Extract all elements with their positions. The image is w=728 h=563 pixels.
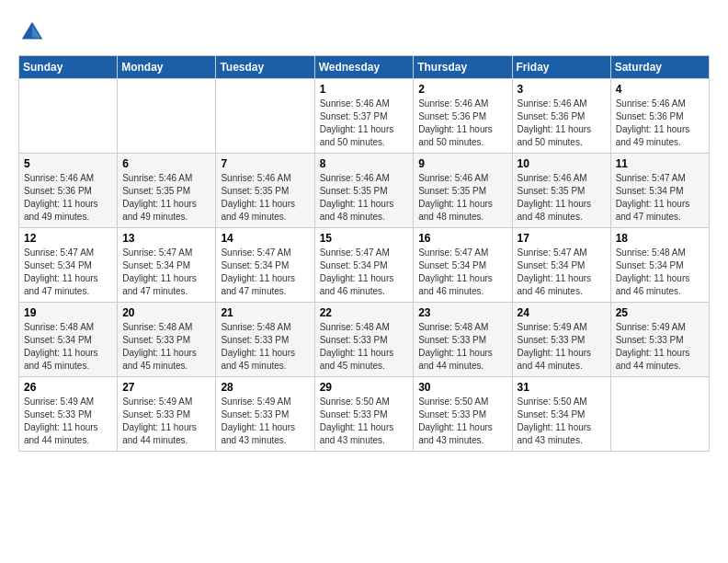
calendar-header-row: SundayMondayTuesdayWednesdayThursdayFrid…: [19, 56, 710, 79]
day-number: 20: [122, 306, 210, 319]
day-number: 24: [518, 306, 606, 319]
day-number: 15: [320, 232, 409, 245]
day-number: 19: [24, 306, 112, 319]
day-number: 2: [418, 83, 506, 96]
day-number: 16: [418, 232, 506, 245]
day-info: Sunrise: 5:47 AM Sunset: 5:34 PM Dayligh…: [320, 247, 409, 298]
calendar-header-wednesday: Wednesday: [314, 56, 414, 79]
logo: [18, 18, 50, 46]
calendar-cell: 4Sunrise: 5:46 AM Sunset: 5:36 PM Daylig…: [610, 79, 709, 154]
day-number: 7: [221, 157, 309, 170]
day-info: Sunrise: 5:47 AM Sunset: 5:34 PM Dayligh…: [418, 247, 506, 298]
day-number: 27: [122, 381, 210, 394]
day-info: Sunrise: 5:46 AM Sunset: 5:37 PM Dayligh…: [320, 98, 409, 149]
calendar-cell: 20Sunrise: 5:48 AM Sunset: 5:33 PM Dayli…: [118, 303, 216, 377]
day-info: Sunrise: 5:50 AM Sunset: 5:33 PM Dayligh…: [418, 396, 506, 447]
calendar-cell: [216, 79, 314, 154]
day-info: Sunrise: 5:49 AM Sunset: 5:33 PM Dayligh…: [221, 396, 309, 447]
calendar-header-tuesday: Tuesday: [216, 56, 314, 79]
calendar-header-monday: Monday: [118, 56, 216, 79]
day-number: 1: [320, 83, 409, 96]
calendar-cell: 26Sunrise: 5:49 AM Sunset: 5:33 PM Dayli…: [19, 377, 118, 452]
calendar-cell: 25Sunrise: 5:49 AM Sunset: 5:33 PM Dayli…: [610, 303, 709, 377]
calendar-cell: 19Sunrise: 5:48 AM Sunset: 5:34 PM Dayli…: [19, 303, 118, 377]
day-info: Sunrise: 5:46 AM Sunset: 5:36 PM Dayligh…: [24, 172, 112, 224]
calendar-week-row: 1Sunrise: 5:46 AM Sunset: 5:37 PM Daylig…: [19, 79, 710, 154]
calendar-week-row: 19Sunrise: 5:48 AM Sunset: 5:34 PM Dayli…: [19, 303, 710, 377]
day-number: 22: [320, 306, 409, 319]
calendar-cell: 7Sunrise: 5:46 AM Sunset: 5:35 PM Daylig…: [216, 154, 314, 228]
calendar-cell: 10Sunrise: 5:46 AM Sunset: 5:35 PM Dayli…: [512, 154, 610, 228]
calendar-cell: 31Sunrise: 5:50 AM Sunset: 5:34 PM Dayli…: [512, 377, 610, 452]
day-info: Sunrise: 5:46 AM Sunset: 5:36 PM Dayligh…: [418, 98, 506, 149]
day-number: 9: [418, 157, 506, 170]
calendar-cell: 14Sunrise: 5:47 AM Sunset: 5:34 PM Dayli…: [216, 228, 314, 303]
day-info: Sunrise: 5:47 AM Sunset: 5:34 PM Dayligh…: [518, 247, 606, 298]
day-info: Sunrise: 5:48 AM Sunset: 5:33 PM Dayligh…: [221, 321, 309, 373]
day-info: Sunrise: 5:46 AM Sunset: 5:35 PM Dayligh…: [320, 172, 409, 224]
calendar-cell: 3Sunrise: 5:46 AM Sunset: 5:36 PM Daylig…: [512, 79, 610, 154]
day-number: 29: [320, 381, 409, 394]
day-number: 18: [616, 232, 704, 245]
day-number: 8: [320, 157, 409, 170]
day-number: 14: [221, 232, 309, 245]
day-info: Sunrise: 5:47 AM Sunset: 5:34 PM Dayligh…: [24, 247, 112, 298]
calendar-week-row: 5Sunrise: 5:46 AM Sunset: 5:36 PM Daylig…: [19, 154, 710, 228]
calendar-header-thursday: Thursday: [414, 56, 512, 79]
day-number: 4: [616, 83, 704, 96]
day-info: Sunrise: 5:47 AM Sunset: 5:34 PM Dayligh…: [122, 247, 210, 298]
day-number: 10: [518, 157, 606, 170]
calendar-header-friday: Friday: [512, 56, 610, 79]
day-info: Sunrise: 5:49 AM Sunset: 5:33 PM Dayligh…: [616, 321, 704, 373]
calendar-cell: [118, 79, 216, 154]
calendar-cell: 18Sunrise: 5:48 AM Sunset: 5:34 PM Dayli…: [610, 228, 709, 303]
calendar-cell: 9Sunrise: 5:46 AM Sunset: 5:35 PM Daylig…: [414, 154, 512, 228]
day-info: Sunrise: 5:46 AM Sunset: 5:35 PM Dayligh…: [122, 172, 210, 224]
calendar-cell: [19, 79, 118, 154]
day-info: Sunrise: 5:49 AM Sunset: 5:33 PM Dayligh…: [24, 396, 112, 447]
calendar-cell: 2Sunrise: 5:46 AM Sunset: 5:36 PM Daylig…: [414, 79, 512, 154]
calendar-cell: 29Sunrise: 5:50 AM Sunset: 5:33 PM Dayli…: [314, 377, 414, 452]
calendar-cell: 17Sunrise: 5:47 AM Sunset: 5:34 PM Dayli…: [512, 228, 610, 303]
day-info: Sunrise: 5:48 AM Sunset: 5:33 PM Dayligh…: [418, 321, 506, 373]
calendar-table: SundayMondayTuesdayWednesdayThursdayFrid…: [18, 55, 710, 452]
calendar-cell: 23Sunrise: 5:48 AM Sunset: 5:33 PM Dayli…: [414, 303, 512, 377]
logo-icon: [18, 18, 46, 46]
day-number: 26: [24, 381, 112, 394]
calendar-cell: 13Sunrise: 5:47 AM Sunset: 5:34 PM Dayli…: [118, 228, 216, 303]
day-info: Sunrise: 5:46 AM Sunset: 5:36 PM Dayligh…: [518, 98, 606, 149]
day-info: Sunrise: 5:48 AM Sunset: 5:33 PM Dayligh…: [320, 321, 409, 373]
day-info: Sunrise: 5:49 AM Sunset: 5:33 PM Dayligh…: [518, 321, 606, 373]
calendar-cell: 24Sunrise: 5:49 AM Sunset: 5:33 PM Dayli…: [512, 303, 610, 377]
calendar-cell: 8Sunrise: 5:46 AM Sunset: 5:35 PM Daylig…: [314, 154, 414, 228]
calendar-cell: [610, 377, 709, 452]
day-info: Sunrise: 5:46 AM Sunset: 5:35 PM Dayligh…: [221, 172, 309, 224]
day-number: 12: [24, 232, 112, 245]
day-info: Sunrise: 5:46 AM Sunset: 5:36 PM Dayligh…: [616, 98, 704, 149]
day-info: Sunrise: 5:48 AM Sunset: 5:34 PM Dayligh…: [24, 321, 112, 373]
day-info: Sunrise: 5:46 AM Sunset: 5:35 PM Dayligh…: [518, 172, 606, 224]
day-number: 21: [221, 306, 309, 319]
day-info: Sunrise: 5:50 AM Sunset: 5:34 PM Dayligh…: [518, 396, 606, 447]
day-info: Sunrise: 5:47 AM Sunset: 5:34 PM Dayligh…: [616, 172, 704, 224]
day-number: 28: [221, 381, 309, 394]
day-info: Sunrise: 5:47 AM Sunset: 5:34 PM Dayligh…: [221, 247, 309, 298]
calendar-header-sunday: Sunday: [19, 56, 118, 79]
calendar-week-row: 12Sunrise: 5:47 AM Sunset: 5:34 PM Dayli…: [19, 228, 710, 303]
day-info: Sunrise: 5:48 AM Sunset: 5:33 PM Dayligh…: [122, 321, 210, 373]
calendar-cell: 27Sunrise: 5:49 AM Sunset: 5:33 PM Dayli…: [118, 377, 216, 452]
day-number: 11: [616, 157, 704, 170]
day-number: 30: [418, 381, 506, 394]
calendar-cell: 28Sunrise: 5:49 AM Sunset: 5:33 PM Dayli…: [216, 377, 314, 452]
page-header: [18, 18, 710, 46]
calendar-cell: 15Sunrise: 5:47 AM Sunset: 5:34 PM Dayli…: [314, 228, 414, 303]
calendar-cell: 5Sunrise: 5:46 AM Sunset: 5:36 PM Daylig…: [19, 154, 118, 228]
day-info: Sunrise: 5:49 AM Sunset: 5:33 PM Dayligh…: [122, 396, 210, 447]
calendar-cell: 16Sunrise: 5:47 AM Sunset: 5:34 PM Dayli…: [414, 228, 512, 303]
calendar-cell: 11Sunrise: 5:47 AM Sunset: 5:34 PM Dayli…: [610, 154, 709, 228]
calendar-cell: 22Sunrise: 5:48 AM Sunset: 5:33 PM Dayli…: [314, 303, 414, 377]
calendar-cell: 21Sunrise: 5:48 AM Sunset: 5:33 PM Dayli…: [216, 303, 314, 377]
day-info: Sunrise: 5:50 AM Sunset: 5:33 PM Dayligh…: [320, 396, 409, 447]
day-number: 6: [122, 157, 210, 170]
day-info: Sunrise: 5:46 AM Sunset: 5:35 PM Dayligh…: [418, 172, 506, 224]
